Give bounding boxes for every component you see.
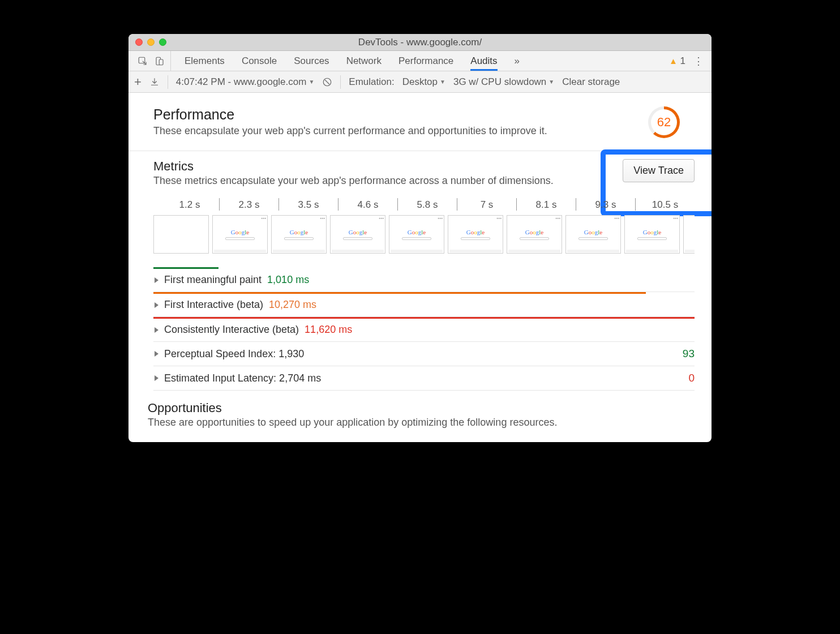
session-select-label: 4:07:42 PM - www.google.com xyxy=(176,76,307,88)
filmstrip-timeline: 1.2 s 2.3 s 3.5 s 4.6 s 5.8 s 7 s 8.1 s … xyxy=(153,198,695,254)
device-toolbar-icon[interactable] xyxy=(155,56,165,66)
metric-name: Consistently Interactive (beta) xyxy=(164,324,299,336)
metric-value: 1,010 ms xyxy=(267,274,309,286)
timeline-tick: 8.1 s xyxy=(516,198,576,211)
timeline-tick: 10.5 s xyxy=(635,198,695,211)
minimize-window-button[interactable] xyxy=(147,38,155,46)
filmstrip-thumbnails: ●●●Google●●●Google●●●Google●●●Google●●●G… xyxy=(153,215,695,254)
opportunities-section-title: Opportunities xyxy=(148,401,695,415)
chevron-down-icon: ▼ xyxy=(548,79,554,85)
view-trace-button[interactable]: View Trace xyxy=(623,159,695,182)
filmstrip-thumbnail[interactable]: ●●●Google xyxy=(624,215,680,254)
tab-console[interactable]: Console xyxy=(242,51,277,71)
chevron-down-icon: ▼ xyxy=(440,79,445,85)
metric-name: First Interactive (beta) xyxy=(164,299,263,311)
clear-icon[interactable] xyxy=(322,77,332,87)
opportunities-section-subtitle: These are opportunities to speed up your… xyxy=(133,417,695,429)
warning-icon: ▲ xyxy=(669,56,678,66)
clear-storage-option[interactable]: Clear storage xyxy=(562,76,620,88)
devtools-window: DevTools - www.google.com/ Elements Cons… xyxy=(128,34,712,442)
metric-value: 11,620 ms xyxy=(305,324,352,336)
timeline-tick: 4.6 s xyxy=(338,198,397,211)
performance-score-value: 62 xyxy=(657,115,671,130)
metric-name: First meaningful paint xyxy=(164,274,262,286)
titlebar: DevTools - www.google.com/ xyxy=(128,34,712,51)
metric-row[interactable]: Estimated Input Latency: 2,704 ms0 xyxy=(153,366,695,391)
tab-sources[interactable]: Sources xyxy=(294,51,329,71)
tab-elements[interactable]: Elements xyxy=(185,51,225,71)
metric-name: Perceptual Speed Index: 1,930 xyxy=(164,348,304,360)
tabs-overflow-button[interactable]: » xyxy=(515,51,520,71)
metric-score: 0 xyxy=(688,372,695,384)
more-options-icon[interactable]: ⋮ xyxy=(693,55,704,67)
devtools-tabstrip: Elements Console Sources Network Perform… xyxy=(128,51,712,71)
performance-score-gauge: 62 xyxy=(648,106,680,138)
metrics-section-title: Metrics xyxy=(153,159,554,174)
timeline-tick: 3.5 s xyxy=(278,198,338,211)
metric-row[interactable]: Consistently Interactive (beta) 11,620 m… xyxy=(153,318,695,342)
audit-report: Performance These encapsulate your web a… xyxy=(128,93,712,442)
metric-row[interactable]: First meaningful paint 1,010 ms xyxy=(153,268,695,292)
window-title: DevTools - www.google.com/ xyxy=(128,37,712,48)
new-audit-button[interactable]: + xyxy=(134,75,142,89)
zoom-window-button[interactable] xyxy=(159,38,166,46)
metric-row[interactable]: Perceptual Speed Index: 1,93093 xyxy=(153,342,695,366)
expand-icon xyxy=(155,375,158,381)
metric-row[interactable]: First Interactive (beta) 10,270 ms xyxy=(153,293,695,317)
svg-rect-2 xyxy=(159,59,163,65)
timeline-tick: 1.2 s xyxy=(160,198,219,211)
filmstrip-thumbnail[interactable]: ●●●Google xyxy=(565,215,621,254)
timeline-tick: 2.3 s xyxy=(219,198,278,211)
filmstrip-thumbnail[interactable]: ●●●Google xyxy=(683,215,695,254)
audits-toolbar: + 4:07:42 PM - www.google.com ▼ Emulatio… xyxy=(128,71,712,93)
expand-icon xyxy=(155,327,158,333)
filmstrip-thumbnail[interactable]: ●●●Google xyxy=(271,215,327,254)
metrics-list: First meaningful paint 1,010 msFirst Int… xyxy=(153,267,695,391)
performance-section-title: Performance xyxy=(153,106,547,123)
filmstrip-thumbnail[interactable]: ●●●Google xyxy=(212,215,268,254)
tab-performance[interactable]: Performance xyxy=(398,51,453,71)
warnings-indicator[interactable]: ▲ 1 xyxy=(669,55,685,67)
filmstrip-thumbnail[interactable]: ●●●Google xyxy=(507,215,562,254)
metric-name: Estimated Input Latency: 2,704 ms xyxy=(164,372,321,384)
session-select[interactable]: 4:07:42 PM - www.google.com ▼ xyxy=(176,76,314,88)
filmstrip-thumbnail[interactable]: ●●●Google xyxy=(389,215,444,254)
inspect-element-icon[interactable] xyxy=(138,56,148,66)
filmstrip-thumbnail[interactable]: ●●●Google xyxy=(448,215,503,254)
emulation-label: Emulation: xyxy=(349,76,394,88)
close-window-button[interactable] xyxy=(135,38,143,46)
tab-network[interactable]: Network xyxy=(346,51,382,71)
performance-section-subtitle: These encapsulate your web app's current… xyxy=(153,125,547,137)
filmstrip-thumbnail[interactable] xyxy=(153,215,209,254)
download-icon[interactable] xyxy=(149,77,160,87)
expand-icon xyxy=(155,351,158,357)
timeline-tick: 5.8 s xyxy=(397,198,457,211)
traffic-lights xyxy=(128,38,166,46)
emulation-device-select[interactable]: Desktop ▼ xyxy=(402,76,445,88)
expand-icon xyxy=(155,302,158,308)
timeline-tick: 7 s xyxy=(457,198,516,211)
chevron-down-icon: ▼ xyxy=(308,79,314,85)
tab-audits[interactable]: Audits xyxy=(470,51,497,71)
metrics-section-subtitle: These metrics encapsulate your web app's… xyxy=(153,175,554,187)
expand-icon xyxy=(155,277,158,283)
metric-score: 93 xyxy=(683,348,695,360)
metric-value: 10,270 ms xyxy=(269,299,316,311)
filmstrip-thumbnail[interactable]: ●●●Google xyxy=(330,215,385,254)
warning-count: 1 xyxy=(680,55,685,66)
timeline-tick: 9.3 s xyxy=(576,198,635,211)
throttle-select[interactable]: 3G w/ CPU slowdown ▼ xyxy=(453,76,554,88)
